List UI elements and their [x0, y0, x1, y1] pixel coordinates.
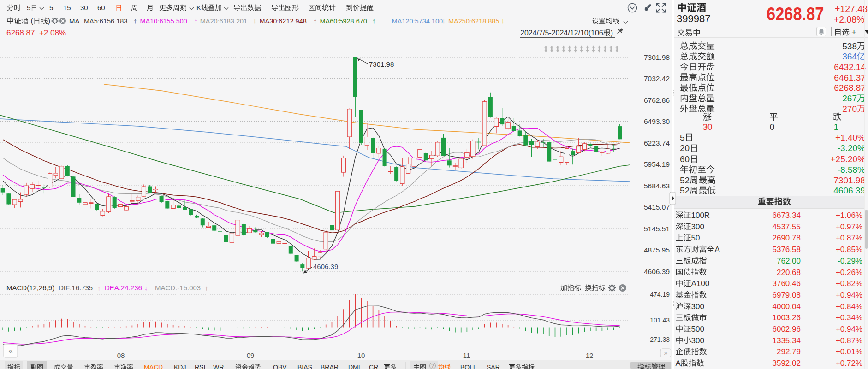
svg-text:500: 500: [691, 325, 704, 334]
svg-text:1: 1: [834, 122, 839, 132]
svg-text:7301.98: 7301.98: [644, 53, 670, 61]
svg-text:MA10:6155.500: MA10:6155.500: [140, 18, 187, 25]
svg-text:RSI: RSI: [195, 363, 205, 369]
svg-text:↑: ↑: [205, 284, 208, 292]
svg-text:300: 300: [691, 336, 704, 345]
svg-text:52: 52: [680, 176, 690, 185]
svg-text:(: (: [29, 17, 33, 25]
svg-text:4606.39: 4606.39: [644, 268, 670, 275]
svg-text:6268.87: 6268.87: [767, 3, 824, 24]
svg-text:A100: A100: [691, 279, 710, 288]
svg-text:BIAS: BIAS: [297, 363, 312, 369]
svg-text:MA250:6218.885: MA250:6218.885: [448, 18, 499, 25]
svg-text:270: 270: [842, 104, 857, 114]
svg-text:+127.48: +127.48: [835, 4, 868, 14]
svg-text:30: 30: [702, 122, 712, 132]
svg-text:MA120:5734.100: MA120:5734.100: [392, 18, 443, 25]
svg-text:474.19: 474.19: [650, 291, 670, 298]
svg-text:-0.29%: -0.29%: [838, 257, 862, 265]
svg-text:DMI: DMI: [348, 363, 360, 369]
svg-text:6493.30: 6493.30: [644, 117, 670, 125]
svg-text:11: 11: [463, 351, 470, 359]
svg-text:K: K: [196, 4, 201, 12]
svg-text:BRAR: BRAR: [321, 363, 339, 369]
svg-text:5684.63: 5684.63: [644, 182, 670, 190]
svg-text:MACD: MACD: [144, 363, 163, 369]
svg-text:1003.26: 1003.26: [773, 313, 801, 322]
svg-text:6461.37: 6461.37: [834, 73, 866, 82]
svg-text:6432.14: 6432.14: [834, 62, 866, 72]
svg-text:↑: ↑: [194, 17, 198, 25]
svg-text:08: 08: [117, 351, 125, 359]
svg-text:30: 30: [80, 4, 88, 12]
svg-text:MACD(12,26,9): MACD(12,26,9): [6, 284, 54, 292]
svg-text:+0.87%: +0.87%: [836, 336, 862, 345]
svg-text:OBV: OBV: [273, 363, 287, 369]
svg-text:↓: ↓: [442, 17, 446, 25]
svg-text:4537.55: 4537.55: [773, 223, 801, 231]
svg-text:): ): [48, 17, 50, 25]
svg-text:DIF:16.735: DIF:16.735: [59, 284, 93, 292]
svg-text:1335.34: 1335.34: [773, 336, 801, 345]
svg-text:»: »: [664, 349, 668, 357]
svg-text:WR: WR: [213, 363, 224, 369]
svg-text:6673.34: 6673.34: [773, 211, 801, 220]
svg-text:MA60:5928.670: MA60:5928.670: [320, 18, 367, 25]
svg-text:762.00: 762.00: [777, 257, 801, 265]
svg-text:-8.58%: -8.58%: [838, 165, 865, 175]
svg-text:+1.40%: +1.40%: [835, 133, 865, 142]
svg-text:267: 267: [842, 94, 857, 103]
svg-text:+0.26%: +0.26%: [836, 268, 862, 277]
svg-text:300: 300: [691, 223, 704, 231]
svg-text:+25.20%: +25.20%: [831, 154, 866, 164]
svg-text:DEA:24.236: DEA:24.236: [105, 284, 142, 292]
svg-text:+0.01%: +0.01%: [836, 347, 862, 356]
svg-text:12: 12: [586, 351, 594, 359]
svg-text:A: A: [676, 359, 681, 368]
svg-text:0: 0: [770, 122, 775, 132]
svg-text:52: 52: [680, 186, 690, 195]
svg-text:↓: ↓: [144, 284, 148, 292]
svg-text:A: A: [715, 245, 720, 254]
svg-text:MA30:6212.948: MA30:6212.948: [259, 18, 306, 25]
svg-text:15: 15: [63, 4, 71, 12]
svg-text:4606.39: 4606.39: [313, 263, 338, 270]
svg-text:4875.95: 4875.95: [644, 246, 670, 254]
svg-text:+0.94%: +0.94%: [836, 325, 862, 334]
svg-text:↑: ↑: [313, 17, 317, 25]
svg-text:MA5:6156.183: MA5:6156.183: [84, 18, 127, 25]
svg-text:BOLL: BOLL: [460, 363, 477, 369]
svg-text:6223.74: 6223.74: [644, 139, 670, 147]
svg-text:100R: 100R: [691, 211, 710, 220]
svg-text:-3.20%: -3.20%: [838, 143, 865, 153]
svg-text:2024/7/5-2024/12/10(106: 2024/7/5-2024/12/10(106: [520, 29, 603, 37]
svg-text:+0.72%: +0.72%: [836, 359, 862, 368]
svg-text:5415.07: 5415.07: [644, 203, 670, 211]
svg-text:5: 5: [49, 4, 53, 12]
svg-text:SAR: SAR: [487, 363, 500, 369]
svg-text:MA20:6183.201: MA20:6183.201: [200, 18, 247, 25]
svg-text:4606.39: 4606.39: [833, 186, 865, 195]
svg-text:+1.06%: +1.06%: [836, 211, 862, 220]
svg-text:2690.78: 2690.78: [773, 234, 801, 242]
svg-text:+0.97%: +0.97%: [836, 223, 862, 231]
svg-text:+0.85%: +0.85%: [836, 245, 862, 254]
svg-text:6002.96: 6002.96: [773, 325, 801, 334]
svg-text:CR: CR: [369, 363, 378, 369]
svg-text:+0.82%: +0.82%: [836, 279, 862, 288]
svg-text:5: 5: [680, 133, 685, 142]
svg-text:5: 5: [27, 4, 30, 12]
svg-text:7301.98: 7301.98: [369, 60, 394, 68]
svg-text:5145.51: 5145.51: [644, 225, 670, 233]
svg-text:+: +: [851, 27, 856, 37]
svg-text:+0.94%: +0.94%: [836, 291, 862, 299]
svg-text:6979.08: 6979.08: [773, 291, 801, 299]
svg-text:↑: ↑: [372, 17, 376, 25]
svg-text:10: 10: [357, 351, 365, 359]
svg-text:7301.98: 7301.98: [833, 176, 865, 185]
svg-text:+0.34%: +0.34%: [836, 313, 862, 322]
svg-text:«: «: [8, 346, 12, 355]
svg-text:KDJ: KDJ: [174, 363, 186, 369]
svg-text:292.79: 292.79: [777, 347, 801, 356]
svg-text:4000.04: 4000.04: [773, 302, 801, 311]
